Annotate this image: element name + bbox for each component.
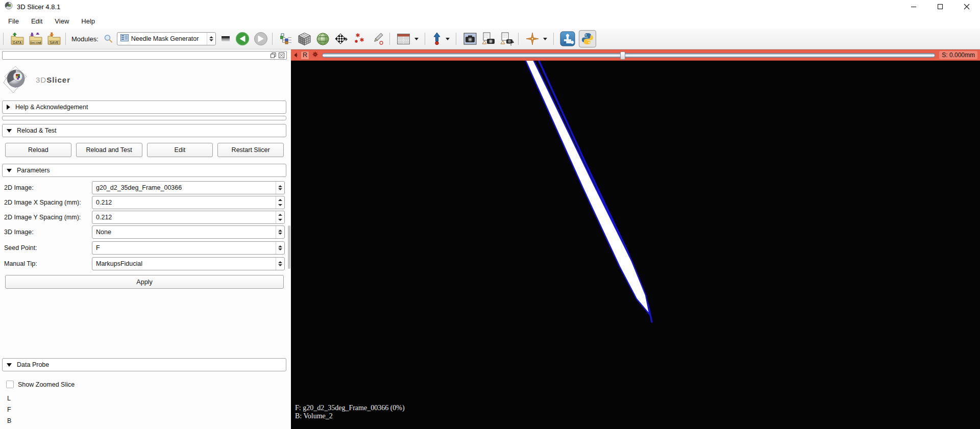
edit-button[interactable]: Edit — [147, 143, 213, 157]
y-spacing-spinbox[interactable]: 0.212 — [92, 211, 285, 224]
combo-spinner[interactable] — [276, 258, 284, 270]
scene-view-capture-button[interactable] — [480, 31, 497, 47]
window-title: 3D Slicer 4.8.1 — [17, 3, 60, 11]
extensions-manager-button[interactable] — [559, 31, 576, 47]
manual-tip-combobox[interactable]: MarkupsFiducial — [92, 257, 285, 270]
main-toolbar: DATA DICOM SAVE Modules: — [0, 29, 980, 49]
scene-view-restore-button[interactable] — [499, 31, 515, 47]
field-x-spacing: 2D Image X Spacing (mm): 0.212 — [4, 196, 285, 209]
reload-and-test-button[interactable]: Reload and Test — [76, 143, 142, 157]
panel-undock-icon[interactable] — [271, 51, 276, 60]
layout-dropdown-icon[interactable] — [414, 38, 419, 40]
probe-row-f: F — [7, 406, 291, 417]
volume-cube-icon[interactable] — [297, 31, 313, 47]
field-3d-image: 3D Image: None — [4, 225, 285, 239]
crosshair-dropdown-icon[interactable] — [446, 38, 450, 40]
spinbox-arrows[interactable] — [276, 211, 284, 223]
apply-button[interactable]: Apply — [5, 275, 284, 289]
transform-mesh-icon[interactable] — [333, 31, 350, 47]
load-data-button[interactable]: DATA — [9, 31, 26, 47]
place-fiducial-button[interactable] — [524, 31, 541, 47]
module-forward-button[interactable] — [253, 31, 269, 47]
data-probe-rows: L F B — [7, 395, 291, 428]
save-button[interactable]: SAVE — [46, 31, 62, 47]
module-history-button[interactable] — [219, 31, 232, 47]
slice-offset-slider[interactable] — [322, 53, 935, 58]
minimize-button[interactable] — [900, 0, 927, 13]
2d-image-combobox[interactable]: g20_d2_35deg_Frame_00366 — [92, 181, 285, 194]
slice-collapse-icon[interactable] — [293, 51, 299, 60]
field-2d-image: 2D Image: g20_d2_35deg_Frame_00366 — [4, 181, 285, 194]
dicom-button[interactable]: DICOM — [28, 31, 44, 47]
red-slice-view: R S: 0.000mm — [291, 49, 980, 429]
field-seed-point: Seed Point: F — [4, 241, 285, 255]
toolbar-grip — [3, 33, 5, 45]
layout-selector-button[interactable] — [396, 31, 412, 47]
module-back-button[interactable] — [234, 31, 251, 47]
combo-spinner[interactable] — [276, 226, 284, 238]
python-console-button[interactable] — [579, 30, 596, 47]
close-button[interactable] — [953, 0, 980, 13]
reload-buttons-row: Reload Reload and Test Edit Restart Slic… — [5, 143, 284, 157]
expanded-arrow-icon — [7, 129, 12, 133]
data-probe-section[interactable]: Data Probe — [2, 358, 286, 371]
needle-segmentation — [291, 61, 980, 429]
foreground-volume-label: F: g20_d2_35deg_Frame_00366 (0%) — [295, 404, 405, 412]
slice-orientation-selector[interactable]: R — [301, 51, 309, 60]
modules-label: Modules: — [71, 35, 99, 43]
save-badge: SAVE — [50, 41, 59, 44]
collapsed-arrow-icon — [7, 105, 10, 110]
module-selector[interactable]: Needle Mask Generator — [117, 32, 216, 45]
show-module-finder-button[interactable] — [278, 31, 295, 47]
spinbox-arrows[interactable] — [276, 196, 284, 209]
x-spacing-spinbox[interactable]: 0.212 — [92, 196, 285, 209]
expanded-arrow-icon — [7, 363, 12, 367]
module-selector-spinner[interactable] — [207, 33, 215, 45]
menu-edit[interactable]: Edit — [25, 15, 48, 28]
module-search-icon[interactable] — [103, 31, 114, 47]
fiducial-dropdown-icon[interactable] — [543, 38, 547, 40]
slice-pin-icon[interactable] — [312, 51, 318, 60]
probe-row-b: B — [7, 417, 291, 428]
panel-spacer-strip — [2, 116, 286, 120]
module-icon — [120, 34, 129, 43]
menu-file[interactable]: File — [2, 15, 25, 28]
data-badge: DATA — [13, 41, 21, 44]
restart-slicer-button[interactable]: Restart Slicer — [217, 143, 284, 157]
reload-test-section[interactable]: Reload & Test — [2, 124, 286, 137]
toolbar-grip — [65, 33, 67, 45]
markup-fiducials-icon[interactable] — [352, 31, 368, 47]
maximize-button[interactable] — [927, 0, 953, 13]
slice-slider-handle[interactable] — [620, 52, 625, 60]
combo-spinner[interactable] — [276, 182, 284, 194]
menu-help[interactable]: Help — [75, 15, 101, 28]
3d-image-combobox[interactable]: None — [92, 225, 285, 239]
module-panel: 3DSlicer Help & Acknowledgement Reload &… — [0, 49, 291, 429]
panel-scrollbar[interactable] — [288, 225, 290, 269]
seed-point-combobox[interactable]: F — [92, 241, 285, 255]
toolbar-grip — [389, 33, 391, 45]
crosshair-navigation-button[interactable] — [431, 31, 443, 47]
title-bar: 3D Slicer 4.8.1 — [0, 0, 980, 13]
toolbar-grip — [456, 33, 458, 45]
slicer-logo-mark — [3, 65, 33, 94]
volume-sphere-icon[interactable] — [315, 31, 331, 47]
screenshot-button[interactable] — [462, 31, 478, 47]
toolbar-grip — [272, 33, 274, 45]
combo-spinner[interactable] — [276, 242, 284, 254]
module-panel-titlebar — [2, 51, 287, 60]
panel-close-icon[interactable] — [279, 51, 284, 60]
menu-bar: File Edit View Help — [0, 13, 980, 29]
show-zoomed-slice-row: Show Zoomed Slice — [6, 381, 291, 388]
show-zoomed-slice-checkbox[interactable] — [6, 381, 14, 388]
reload-button[interactable]: Reload — [5, 143, 71, 157]
menu-view[interactable]: View — [48, 15, 75, 28]
toolbar-grip — [518, 33, 520, 45]
parameters-section[interactable]: Parameters — [2, 164, 286, 177]
expanded-arrow-icon — [7, 169, 12, 172]
help-acknowledgement-section[interactable]: Help & Acknowledgement — [2, 100, 286, 114]
toolbar-grip — [425, 33, 427, 45]
annotation-pencil-icon[interactable] — [370, 31, 386, 47]
background-volume-label: B: Volume_2 — [295, 412, 405, 420]
slice-canvas[interactable]: F: g20_d2_35deg_Frame_00366 (0%) B: Volu… — [291, 61, 980, 429]
